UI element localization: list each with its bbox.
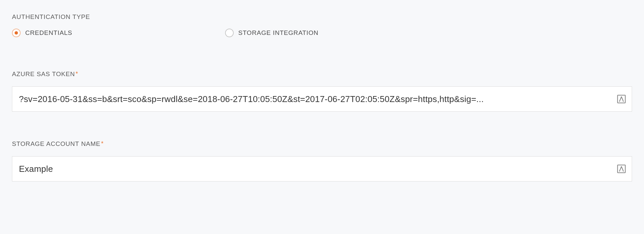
radio-option-storage-integration[interactable]: STORAGE INTEGRATION	[225, 29, 318, 37]
variable-insert-icon[interactable]	[616, 94, 626, 104]
azure-sas-token-input-wrap	[12, 86, 632, 112]
storage-account-name-label-text: STORAGE ACCOUNT NAME	[12, 140, 101, 147]
storage-account-name-input-wrap	[12, 156, 632, 181]
form-container: AUTHENTICATION TYPE CREDENTIALS STORAGE …	[0, 0, 644, 230]
required-indicator-icon: *	[76, 70, 78, 77]
radio-selected-icon	[12, 29, 21, 37]
authentication-type-label: AUTHENTICATION TYPE	[12, 13, 632, 21]
radio-unselected-icon	[225, 29, 234, 37]
required-indicator-icon: *	[101, 140, 104, 147]
radio-storage-integration-label: STORAGE INTEGRATION	[238, 29, 318, 37]
azure-sas-token-field: AZURE SAS TOKEN*	[12, 70, 632, 112]
authentication-type-radio-group: CREDENTIALS STORAGE INTEGRATION	[12, 29, 632, 37]
azure-sas-token-label: AZURE SAS TOKEN*	[12, 70, 632, 78]
azure-sas-token-input[interactable]	[19, 94, 611, 104]
azure-sas-token-label-text: AZURE SAS TOKEN	[12, 70, 75, 77]
storage-account-name-field: STORAGE ACCOUNT NAME*	[12, 140, 632, 181]
storage-account-name-input[interactable]	[19, 164, 611, 174]
variable-insert-icon[interactable]	[616, 164, 626, 174]
radio-credentials-label: CREDENTIALS	[25, 29, 72, 37]
radio-option-credentials[interactable]: CREDENTIALS	[12, 29, 72, 37]
storage-account-name-label: STORAGE ACCOUNT NAME*	[12, 140, 632, 148]
